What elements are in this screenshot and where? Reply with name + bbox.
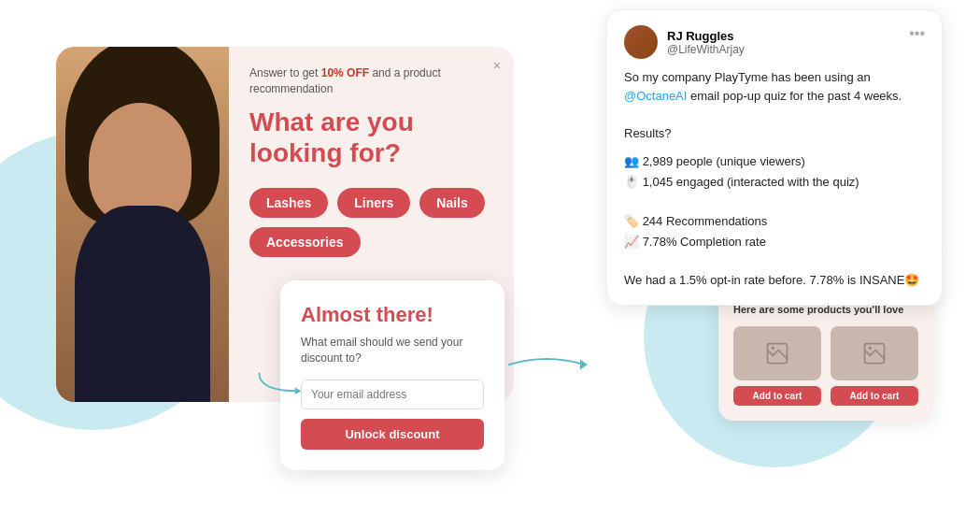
product-row: Add to cart Add to cart <box>733 326 918 406</box>
twitter-user: RJ Ruggles @LifeWithArjay <box>624 25 745 59</box>
twitter-user-info: RJ Ruggles @LifeWithArjay <box>667 29 745 56</box>
product-image-1 <box>733 326 821 380</box>
twitter-body: So my company PlayTyme has been using an… <box>624 68 925 290</box>
option-nails[interactable]: Nails <box>419 188 484 218</box>
stat-viewers: 👥 2,989 people (unique viewers) <box>624 151 925 172</box>
add-to-cart-button-1[interactable]: Add to cart <box>733 386 821 406</box>
product-image-2 <box>831 326 918 380</box>
stat-engaged: 🖱️ 1,045 engaged (interacted with the qu… <box>624 172 925 193</box>
add-to-cart-button-2[interactable]: Add to cart <box>831 386 918 406</box>
twitter-stats: 👥 2,989 people (unique viewers) 🖱️ 1,045… <box>624 151 925 253</box>
svg-point-3 <box>772 346 775 350</box>
email-card: Almost there! What email should we send … <box>280 280 504 470</box>
email-card-subtitle: What email should we send your discount … <box>301 335 484 366</box>
arrow-quiz-email <box>252 366 308 394</box>
quiz-subtitle: Answer to get 10% OFF and a product reco… <box>249 65 493 97</box>
product-item-2: Add to cart <box>831 326 918 406</box>
quiz-title: What are you looking for? <box>249 107 493 169</box>
svg-marker-1 <box>580 359 588 369</box>
person-image <box>56 47 229 402</box>
unlock-button[interactable]: Unlock discount <box>301 419 484 450</box>
email-card-title: Almost there! <box>301 303 484 327</box>
stat-completion: 📈 7.78% Completion rate <box>624 232 925 252</box>
person-body <box>75 206 210 402</box>
quiz-card-image <box>56 47 229 402</box>
stat-recommendations: 🏷️ 244 Recommendations <box>624 211 925 232</box>
close-icon[interactable]: × <box>493 58 501 73</box>
arrow-email-discount <box>500 346 593 383</box>
quiz-options: Lashes Liners Nails Accessories <box>249 188 493 257</box>
product-item-1: Add to cart <box>733 326 821 406</box>
avatar <box>624 25 658 59</box>
twitter-more-icon[interactable]: ••• <box>909 25 925 42</box>
twitter-name: RJ Ruggles <box>667 29 745 43</box>
svg-point-5 <box>869 346 873 350</box>
option-lashes[interactable]: Lashes <box>249 188 328 218</box>
twitter-header: RJ Ruggles @LifeWithArjay ••• <box>624 25 925 59</box>
email-input[interactable] <box>301 380 484 409</box>
twitter-card: RJ Ruggles @LifeWithArjay ••• So my comp… <box>606 9 943 306</box>
svg-marker-0 <box>295 388 302 395</box>
twitter-handle: @LifeWithArjay <box>667 43 745 56</box>
twitter-mention[interactable]: @OctaneAI <box>624 89 687 103</box>
option-accessories[interactable]: Accessories <box>249 227 361 257</box>
option-liners[interactable]: Liners <box>337 188 410 218</box>
